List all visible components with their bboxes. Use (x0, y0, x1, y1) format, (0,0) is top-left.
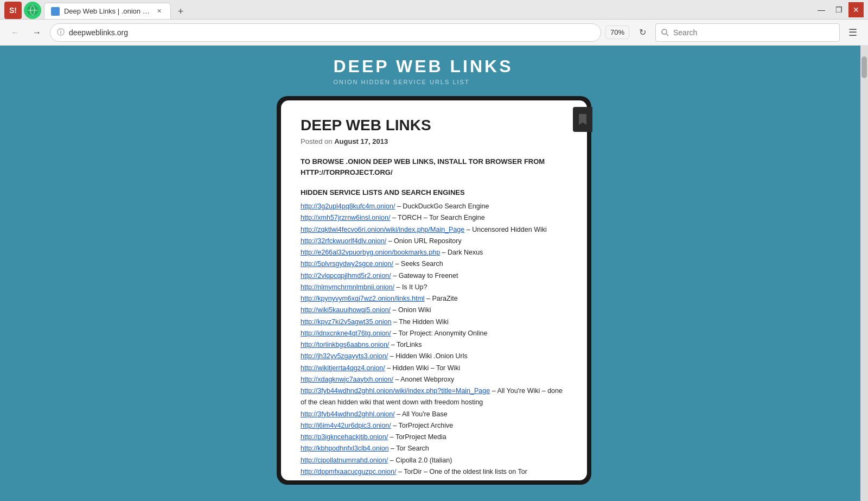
card-container: DEEP WEB LINKS Posted on August 17, 2013… (277, 96, 591, 485)
link[interactable]: http://kbhpodhnfxl3clb4.onion (301, 445, 389, 452)
list-item: http://kpynyvym6xqi7wz2.onion/links.html… (301, 293, 567, 305)
link[interactable]: http://cipollatnumrrahd.onion/ (301, 456, 388, 464)
list-item: http://xdagknwjc7aaytxh.onion/ – Anonet … (301, 374, 567, 385)
link[interactable]: http://zqktlwi4fecvo6ri.onion/wiki/index… (301, 226, 464, 233)
list-item: http://3g2upl4pq8kufc4m.onion/ – DuckDuc… (301, 201, 567, 212)
list-item: http://3fyb44wdhnd2ghhl.onion/wiki/index… (301, 385, 567, 409)
nav-bar: ← → ⓘ 70% ↻ ☰ (0, 20, 868, 46)
list-item: http://torlinkbgs6aabns.onion/ – TorLink… (301, 339, 567, 351)
address-bar[interactable]: ⓘ (50, 23, 601, 42)
browser-icon-earth[interactable] (24, 2, 41, 19)
posted-on: Posted on August 17, 2013 (301, 137, 567, 145)
site-title: DEEP WEB LINKS (334, 56, 513, 77)
list-item: http://wiki5kauuihowqi5.onion/ – Onion W… (301, 305, 567, 316)
posted-date: August 17, 2013 (334, 137, 388, 145)
posted-label: Posted on (301, 137, 333, 145)
maximize-button[interactable]: ❐ (831, 2, 846, 17)
window-controls: — ❐ ✕ (814, 2, 864, 17)
scroll-thumb[interactable] (861, 56, 867, 78)
tab-strip: S! Deep Web Links | .onion hidde... ✕ + (4, 0, 814, 19)
tab-close-button[interactable]: ✕ (155, 7, 164, 16)
list-item: http://kbhpodhnfxl3clb4.onion – Tor Sear… (301, 443, 567, 454)
link[interactable]: http://nlmymchrmnlmbnii.onion/ (301, 283, 394, 291)
svg-line-4 (667, 34, 669, 36)
card-inner: DEEP WEB LINKS Posted on August 17, 2013… (281, 100, 587, 480)
list-item: http://wikitjerrta4qgz4.onion/ – Hidden … (301, 363, 567, 374)
card-title: DEEP WEB LINKS (301, 117, 567, 134)
list-item: http://kpvz7ki2v5agwt35.onion – The Hidd… (301, 316, 567, 328)
list-item: http://dppmfxaacucguzpc.onion/ – TorDir … (301, 466, 567, 478)
link[interactable]: http://3fyb44wdhnd2ghhl.onion/wiki/index… (301, 387, 490, 395)
address-input[interactable] (69, 28, 594, 37)
link[interactable]: http://wiki5kauuihowqi5.onion/ (301, 306, 391, 314)
link[interactable]: http://p3igkncehackjtib.onion/ (301, 433, 388, 441)
tab-title: Deep Web Links | .onion hidde... (64, 7, 151, 15)
active-tab[interactable]: Deep Web Links | .onion hidde... ✕ (44, 3, 171, 19)
svg-point-3 (662, 29, 667, 34)
link[interactable]: http://kpynyvym6xqi7wz2.onion/links.html (301, 295, 425, 302)
link[interactable]: http://3fyb44wdhnd2ghhl.onion/ (301, 410, 395, 418)
tab-favicon (51, 7, 60, 16)
browser-window: S! Deep Web Links | .onion hidde... ✕ + … (0, 0, 868, 501)
link[interactable]: http://idnxcnkne4qt76tg.onion/ (301, 329, 391, 337)
bookmark-tab[interactable] (573, 107, 592, 132)
menu-button[interactable]: ☰ (844, 24, 861, 41)
site-header: DEEP WEB LINKS ONION HIDDEN SERVICE URLS… (0, 46, 868, 91)
link[interactable]: http://xdagknwjc7aaytxh.onion/ (301, 376, 393, 383)
bookmark-icon (579, 114, 586, 125)
back-button[interactable]: ← (7, 24, 24, 41)
list-item: http://5plvrsgydwy2sgce.onion/ – Seeks S… (301, 258, 567, 270)
forward-button[interactable]: → (28, 24, 46, 41)
list-item: http://zqktlwi4fecvo6ri.onion/wiki/index… (301, 224, 567, 236)
link[interactable]: http://jh32yv5zgayyts3.onion/ (301, 352, 388, 360)
list-item: http://2vlqpcqpjlhmd5r2.onion/ – Gateway… (301, 270, 567, 282)
link[interactable]: http://2vlqpcqpjlhmd5r2.onion/ (301, 272, 391, 280)
zoom-level: 70% (605, 26, 629, 39)
list-item: http://jh32yv5zgayyts3.onion/ – Hidden W… (301, 351, 567, 362)
list-item: http://32rfckwuorlf4dlv.onion/ – Onion U… (301, 236, 567, 247)
search-icon (661, 29, 669, 36)
list-item: http://p3igkncehackjtib.onion/ – TorProj… (301, 432, 567, 443)
link[interactable]: http://xmh57jrzrnw6insl.onion/ (301, 214, 390, 221)
site-title-area: DEEP WEB LINKS ONION HIDDEN SERVICE URLS… (334, 56, 535, 85)
list-item: http://e266al32vpuorbyg.onion/bookmarks.… (301, 247, 567, 258)
search-input[interactable] (673, 28, 834, 37)
link[interactable]: http://5plvrsgydwy2sgce.onion/ (301, 260, 393, 268)
list-item: http://j6im4v42ur6dpic3.onion/ – TorProj… (301, 420, 567, 432)
title-bar: S! Deep Web Links | .onion hidde... ✕ + … (0, 0, 868, 20)
site-subtitle: ONION HIDDEN SERVICE URLS LIST (334, 79, 513, 85)
new-tab-button[interactable]: + (173, 4, 188, 19)
close-button[interactable]: ✕ (848, 2, 864, 17)
reload-button[interactable]: ↻ (634, 24, 651, 41)
browser-icon-s[interactable]: S! (4, 2, 22, 19)
link[interactable]: http://3g2upl4pq8kufc4m.onion/ (301, 202, 395, 210)
link[interactable]: http://wikitjerrta4qgz4.onion/ (301, 364, 385, 372)
links-list: http://3g2upl4pq8kufc4m.onion/ – DuckDuc… (301, 201, 567, 478)
info-icon: ⓘ (57, 28, 65, 37)
intro-text: TO BROWSE .ONION DEEP WEB LINKS, INSTALL… (301, 156, 567, 177)
link[interactable]: http://dppmfxaacucguzpc.onion/ (301, 468, 397, 475)
link[interactable]: http://torlinkbgs6aabns.onion/ (301, 341, 389, 348)
link[interactable]: http://32rfckwuorlf4dlv.onion/ (301, 237, 386, 245)
minimize-button[interactable]: — (814, 2, 829, 17)
search-bar-wrap[interactable] (655, 23, 840, 42)
link[interactable]: http://kpvz7ki2v5agwt35.onion (301, 318, 391, 326)
link[interactable]: http://j6im4v42ur6dpic3.onion/ (301, 422, 391, 429)
section1-heading: HIDDEN SERVICE LISTS AND SEARCH ENGINES (301, 188, 567, 196)
list-item: http://idnxcnkne4qt76tg.onion/ – Tor Pro… (301, 328, 567, 339)
list-item: http://3fyb44wdhnd2ghhl.onion/ – All You… (301, 409, 567, 420)
list-item: http://xmh57jrzrnw6insl.onion/ – TORCH –… (301, 212, 567, 224)
list-item: http://nlmymchrmnlmbnii.onion/ – Is It U… (301, 282, 567, 293)
page-content: DEEP WEB LINKS ONION HIDDEN SERVICE URLS… (0, 46, 868, 501)
link[interactable]: http://e266al32vpuorbyg.onion/bookmarks.… (301, 249, 440, 256)
scrollbar[interactable] (860, 46, 868, 501)
list-item: http://cipollatnumrrahd.onion/ – Cipolla… (301, 455, 567, 466)
